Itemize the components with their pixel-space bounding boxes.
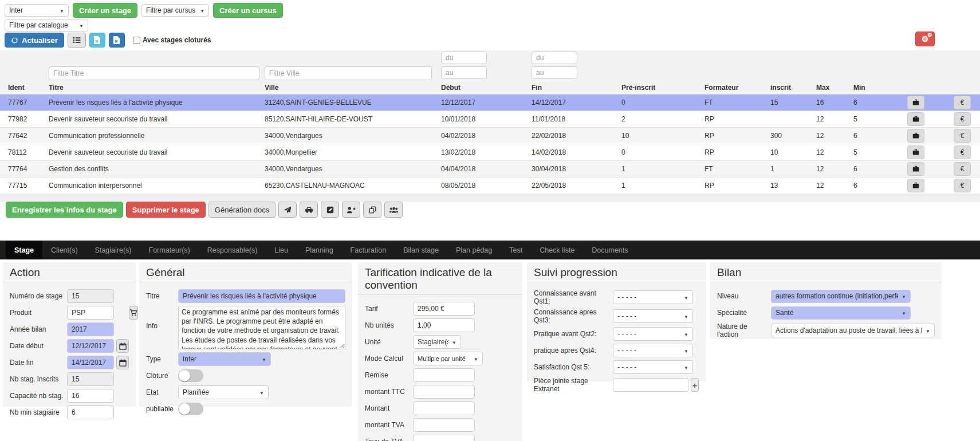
col-header-ville[interactable]: Ville xyxy=(259,84,435,92)
refresh-button[interactable]: Actualiser xyxy=(5,33,64,48)
save-stage-button[interactable]: Enregistrer les infos du stage xyxy=(6,202,123,218)
tab-plan-pedag[interactable]: Plan pédag xyxy=(447,241,501,259)
pricing-button[interactable] xyxy=(954,145,971,159)
montant-ttc-field[interactable] xyxy=(413,385,475,399)
col-header-titre[interactable]: Titre xyxy=(43,84,259,92)
filter-title-input[interactable] xyxy=(49,66,259,80)
end-date-from-input[interactable] xyxy=(532,52,577,64)
col-header-fin[interactable]: Fin xyxy=(526,84,616,92)
titre-field[interactable] xyxy=(178,289,345,303)
col-header-ident[interactable]: Ident xyxy=(0,84,43,92)
filter-city-input[interactable] xyxy=(265,66,432,80)
produit-field[interactable] xyxy=(67,306,114,320)
col-header-min[interactable]: Min xyxy=(848,84,888,92)
tab-lieu[interactable]: Lieu xyxy=(266,241,297,259)
niveau-select[interactable]: autres formation continue (initiation,pe… xyxy=(771,290,911,303)
etat-select[interactable]: Planifiée xyxy=(178,385,269,399)
create-stage-button[interactable]: Créer un stage xyxy=(73,3,137,18)
table-row[interactable]: 78112 Devenir sauveteur secouriste du tr… xyxy=(0,144,980,160)
nb-min-field[interactable] xyxy=(67,405,114,419)
pricing-button[interactable] xyxy=(954,162,971,176)
group-button[interactable] xyxy=(384,202,403,218)
list-view-button[interactable] xyxy=(68,33,86,48)
table-row[interactable]: 77982 Devenir sauveteur secouriste du tr… xyxy=(0,111,980,127)
vehicle-button[interactable] xyxy=(300,202,318,218)
tab-test[interactable]: Test xyxy=(501,241,531,259)
qst2-select[interactable]: - - - - - xyxy=(613,327,693,341)
col-header-pre-inscrit[interactable]: Pré-inscrit xyxy=(616,84,699,92)
date-debut-field[interactable] xyxy=(67,339,114,353)
col-header-max[interactable]: Max xyxy=(810,84,848,92)
tab-documents[interactable]: Documents xyxy=(583,241,636,259)
start-date-to-input[interactable] xyxy=(441,66,487,79)
edit-image-button[interactable] xyxy=(321,202,339,218)
col-header-formateur[interactable]: Formateur xyxy=(699,84,765,92)
closed-stages-checkbox[interactable] xyxy=(133,37,140,44)
sessions-button[interactable] xyxy=(907,96,924,109)
add-attachment-button[interactable]: + xyxy=(691,378,699,392)
tarif-field[interactable] xyxy=(413,302,475,316)
delete-stage-button[interactable]: Supprimer le stage xyxy=(126,202,206,218)
sessions-button[interactable] xyxy=(907,162,924,176)
table-row[interactable]: 77642 Communication professionnelle 3400… xyxy=(0,127,980,144)
settings-button[interactable] xyxy=(915,32,935,46)
sessions-button[interactable] xyxy=(907,145,924,159)
montant-field[interactable] xyxy=(413,401,475,415)
create-cursus-button[interactable]: Créer un cursus xyxy=(213,3,283,18)
nb-unites-field[interactable] xyxy=(413,318,475,332)
cloture-toggle[interactable] xyxy=(178,369,203,382)
date-fin-calendar-button[interactable] xyxy=(116,356,129,369)
publiable-toggle[interactable] xyxy=(178,403,203,415)
tab-bilan-stage[interactable]: Bilan stage xyxy=(395,241,447,259)
pricing-button[interactable] xyxy=(954,112,971,126)
type-select[interactable]: Inter xyxy=(178,352,271,366)
capacite-field[interactable] xyxy=(67,389,114,403)
product-picker-button[interactable] xyxy=(129,306,138,320)
sessions-button[interactable] xyxy=(907,129,924,143)
clone-button[interactable] xyxy=(363,202,381,218)
pricing-button[interactable] xyxy=(954,96,971,109)
table-row[interactable]: 77715 Communication interpersonnel 65230… xyxy=(0,177,980,194)
add-user-button[interactable] xyxy=(342,202,360,218)
qst3-select[interactable]: - - - - - xyxy=(613,309,693,323)
tab-planning[interactable]: Planning xyxy=(297,241,342,259)
table-row[interactable]: 77767 Prévenir les risques liés à l'acti… xyxy=(0,94,980,111)
piece-jointe-field[interactable] xyxy=(613,378,688,392)
export-excel-button[interactable] xyxy=(89,33,105,48)
date-debut-calendar-button[interactable] xyxy=(116,339,129,353)
info-textarea[interactable]: Ce programme est animé par des moniteurs… xyxy=(178,306,345,349)
tab-responsables[interactable]: Responsable(s) xyxy=(199,241,266,259)
unite-select[interactable]: Stagiaire(s xyxy=(413,335,461,349)
col-header-debut[interactable]: Début xyxy=(435,84,526,92)
montant-tva-field[interactable] xyxy=(413,418,475,432)
pricing-button[interactable] xyxy=(954,179,971,192)
end-date-to-input[interactable] xyxy=(532,66,577,79)
tab-stagiaires[interactable]: Stagiaire(s) xyxy=(86,241,140,259)
qst4-select[interactable]: - - - - - xyxy=(613,344,693,357)
sessions-button[interactable] xyxy=(907,112,924,126)
specialite-select[interactable]: Santé xyxy=(771,306,911,320)
tab-facturation[interactable]: Facturation xyxy=(342,241,395,259)
tab-check-liste[interactable]: Check liste xyxy=(531,241,583,259)
table-row[interactable]: 77764 Gestion des conflits 34000,Vendarg… xyxy=(0,160,980,177)
pricing-button[interactable] xyxy=(954,129,971,143)
tab-clients[interactable]: Client(s) xyxy=(42,241,86,259)
tab-formateurs[interactable]: Formateur(s) xyxy=(140,241,199,259)
qst1-select[interactable]: - - - - - xyxy=(613,290,693,304)
remise-field[interactable] xyxy=(413,368,475,382)
date-fin-field[interactable] xyxy=(67,356,114,369)
taux-tva-field[interactable] xyxy=(413,435,475,441)
start-date-from-input[interactable] xyxy=(441,52,487,64)
annee-bilan-field[interactable] xyxy=(67,322,114,336)
tab-stage[interactable]: Stage xyxy=(6,241,42,259)
cursus-filter-select[interactable]: Filtre par cursus xyxy=(141,4,209,17)
send-button[interactable] xyxy=(278,202,297,218)
generate-docs-button[interactable]: Génération docs xyxy=(208,202,275,218)
col-header-inscrit[interactable]: inscrit xyxy=(765,84,810,92)
sessions-button[interactable] xyxy=(907,179,924,192)
nature-action-select[interactable]: Actions d'adaptation au poste de travail… xyxy=(771,324,935,337)
mode-calcul-select[interactable]: Multiple par unité xyxy=(413,352,483,365)
stage-type-select[interactable]: Inter xyxy=(5,4,69,17)
qst5-select[interactable]: - - - - - xyxy=(613,360,693,374)
export-excel-alt-button[interactable] xyxy=(109,33,125,48)
